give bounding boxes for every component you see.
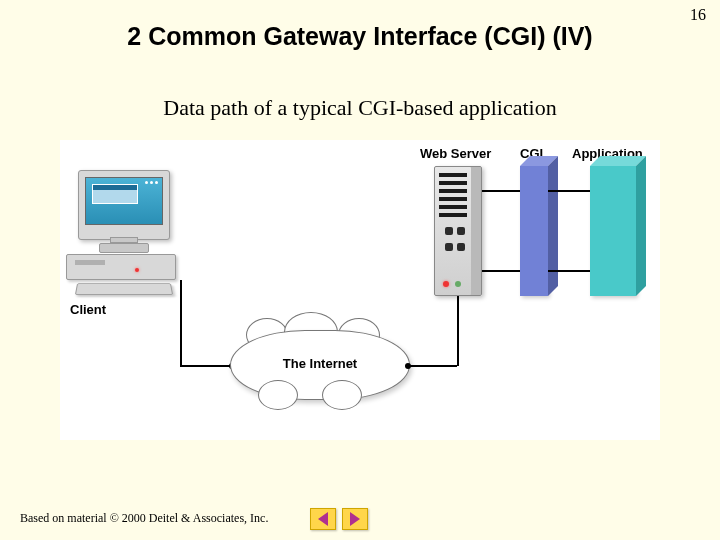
slide-title: 2 Common Gateway Interface (CGI) (IV) [0, 22, 720, 51]
client-monitor-icon [78, 170, 170, 240]
internet-cloud-icon: The Internet [230, 330, 410, 400]
footer-copyright: Based on material © 2000 Deitel & Associ… [20, 511, 268, 526]
prev-slide-button[interactable] [310, 508, 336, 530]
label-internet: The Internet [230, 356, 410, 371]
cgi-block-icon [520, 166, 548, 296]
chevron-right-icon [350, 512, 360, 526]
chevron-left-icon [318, 512, 328, 526]
application-block-icon [590, 166, 636, 296]
label-client: Client [70, 302, 106, 317]
diagram-figure: Client Web Server CGI Application The In… [60, 140, 660, 440]
label-webserver: Web Server [420, 146, 491, 161]
webserver-icon [434, 166, 482, 296]
client-cpu-icon [66, 254, 176, 280]
next-slide-button[interactable] [342, 508, 368, 530]
slide-subtitle: Data path of a typical CGI-based applica… [0, 95, 720, 121]
client-keyboard-icon [75, 283, 173, 295]
